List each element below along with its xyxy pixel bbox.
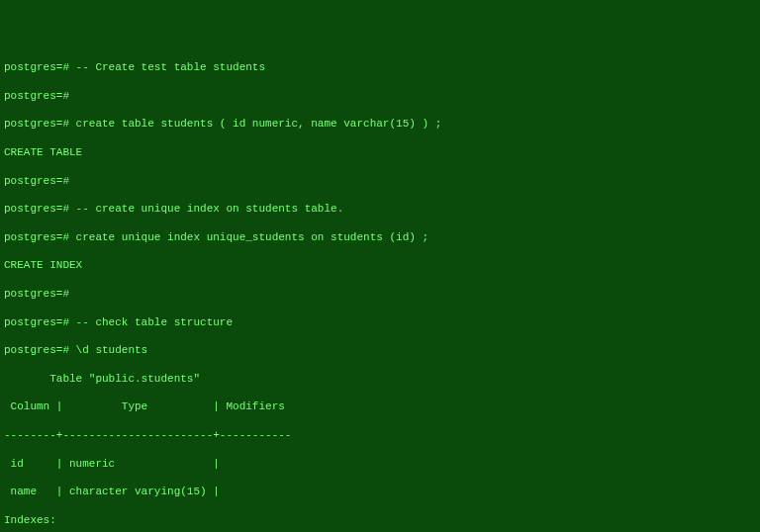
terminal-line: postgres=# \d students xyxy=(4,343,756,357)
table-columns: Column | Type | Modifiers xyxy=(4,399,756,413)
table-divider: --------+-----------------------+-------… xyxy=(4,428,756,442)
terminal-line: postgres=# create unique index unique_st… xyxy=(4,230,756,244)
terminal-line: postgres=# create table students ( id nu… xyxy=(4,117,756,131)
terminal-output: CREATE INDEX xyxy=(4,258,756,272)
terminal-line: postgres=# -- create unique index on stu… xyxy=(4,202,756,216)
table-row: name | character varying(15) | xyxy=(4,485,756,498)
terminal-line: postgres=# xyxy=(4,287,756,301)
index-label: Indexes: xyxy=(4,513,756,527)
table-header: Table "public.students" xyxy=(4,372,756,386)
terminal-line: postgres=# xyxy=(4,174,756,188)
terminal-line: postgres=# -- check table structure xyxy=(4,315,756,329)
terminal-line: postgres=# xyxy=(4,89,756,103)
table-row: id | numeric | xyxy=(4,457,756,471)
terminal-output: CREATE TABLE xyxy=(4,145,756,159)
terminal-line: postgres=# -- Create test table students xyxy=(4,60,756,74)
